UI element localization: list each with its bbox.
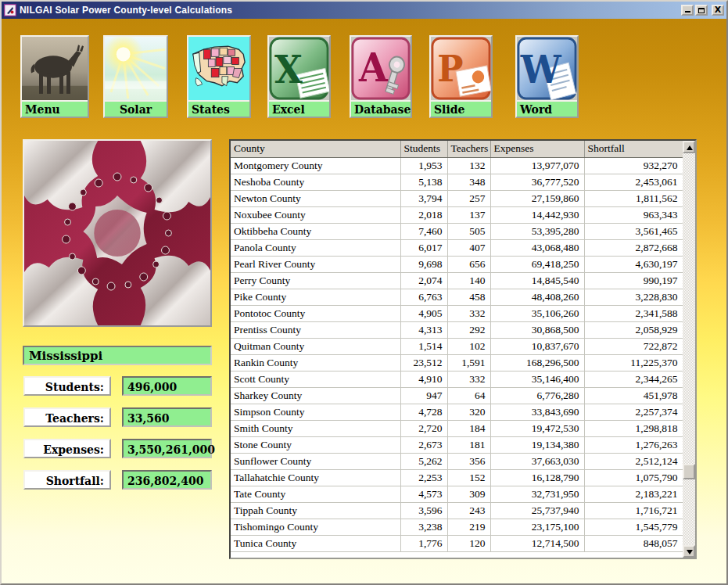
- value-cell[interactable]: 348: [447, 174, 490, 190]
- county-cell[interactable]: Sunflower County: [231, 453, 400, 469]
- scroll-down-button[interactable]: [683, 545, 695, 558]
- value-cell[interactable]: 1,075,790: [584, 469, 683, 486]
- table-row[interactable]: Quitman County1,51410210,837,670722,872: [231, 338, 683, 354]
- value-cell[interactable]: 132: [447, 157, 490, 174]
- value-cell[interactable]: 9,698: [400, 256, 447, 272]
- value-cell[interactable]: 3,561,465: [584, 223, 683, 239]
- value-cell[interactable]: 2,872,668: [584, 239, 683, 256]
- value-cell[interactable]: 1,716,721: [584, 502, 683, 519]
- value-cell[interactable]: 292: [447, 321, 490, 338]
- value-cell[interactable]: 6,763: [400, 289, 447, 305]
- value-cell[interactable]: 53,395,280: [490, 223, 584, 239]
- value-cell[interactable]: 2,673: [400, 436, 447, 453]
- county-cell[interactable]: Pontotoc County: [231, 305, 400, 321]
- toolbar-button-excel[interactable]: X Excel: [267, 35, 331, 118]
- value-cell[interactable]: 140: [447, 272, 490, 289]
- value-cell[interactable]: 2,018: [400, 206, 447, 223]
- value-cell[interactable]: 152: [447, 469, 490, 486]
- county-cell[interactable]: Tate County: [231, 486, 400, 502]
- value-cell[interactable]: 2,453,061: [584, 174, 683, 190]
- toolbar-button-slide[interactable]: P Slide: [429, 35, 493, 118]
- value-cell[interactable]: 243: [447, 502, 490, 519]
- value-cell[interactable]: 6,017: [400, 239, 447, 256]
- table-row[interactable]: Oktibbeha County7,46050553,395,2803,561,…: [231, 223, 683, 239]
- table-row[interactable]: Pontotoc County4,90533235,106,2602,341,5…: [231, 305, 683, 321]
- county-cell[interactable]: Montgomery County: [231, 157, 400, 174]
- table-row[interactable]: Tunica County1,77612012,714,500848,057: [231, 535, 683, 551]
- value-cell[interactable]: 656: [447, 256, 490, 272]
- county-cell[interactable]: Tallahatchie County: [231, 469, 400, 486]
- county-cell[interactable]: Tishomingo County: [231, 519, 400, 535]
- value-cell[interactable]: 332: [447, 305, 490, 321]
- table-row[interactable]: Neshoba County5,13834836,777,5202,453,06…: [231, 174, 683, 190]
- value-cell[interactable]: 2,257,374: [584, 404, 683, 420]
- expenses-value[interactable]: 3,550,261,000: [122, 439, 212, 458]
- value-cell[interactable]: 219: [447, 519, 490, 535]
- county-cell[interactable]: Prentiss County: [231, 321, 400, 338]
- value-cell[interactable]: 35,146,400: [490, 371, 584, 387]
- county-cell[interactable]: Panola County: [231, 239, 400, 256]
- county-cell[interactable]: Noxubee County: [231, 206, 400, 223]
- value-cell[interactable]: 332: [447, 371, 490, 387]
- county-cell[interactable]: Perry County: [231, 272, 400, 289]
- table-row[interactable]: Prentiss County4,31329230,868,5002,058,9…: [231, 321, 683, 338]
- value-cell[interactable]: 963,343: [584, 206, 683, 223]
- county-cell[interactable]: Oktibbeha County: [231, 223, 400, 239]
- value-cell[interactable]: 1,276,263: [584, 436, 683, 453]
- table-row[interactable]: Stone County2,67318119,134,3801,276,263: [231, 436, 683, 453]
- teachers-value[interactable]: 33,560: [122, 407, 212, 427]
- table-row[interactable]: Newton County3,79425727,159,8601,811,562: [231, 190, 683, 206]
- value-cell[interactable]: 2,183,221: [584, 486, 683, 502]
- value-cell[interactable]: 356: [447, 453, 490, 469]
- table-row[interactable]: Sunflower County5,26235637,663,0302,512,…: [231, 453, 683, 469]
- scrollbar-thumb[interactable]: [683, 464, 695, 479]
- table-row[interactable]: Simpson County4,72832033,843,6902,257,37…: [231, 404, 683, 420]
- value-cell[interactable]: 14,845,540: [490, 272, 584, 289]
- value-cell[interactable]: 2,512,124: [584, 453, 683, 469]
- value-cell[interactable]: 69,418,250: [490, 256, 584, 272]
- table-row[interactable]: Pearl River County9,69865669,418,2504,63…: [231, 256, 683, 272]
- value-cell[interactable]: 1,545,779: [584, 519, 683, 535]
- county-cell[interactable]: Sharkey County: [231, 387, 400, 404]
- shortfall-value[interactable]: 236,802,400: [122, 470, 212, 490]
- county-cell[interactable]: Simpson County: [231, 404, 400, 420]
- value-cell[interactable]: 19,134,380: [490, 436, 584, 453]
- value-cell[interactable]: 2,341,588: [584, 305, 683, 321]
- table-row[interactable]: Tishomingo County3,23821923,175,1001,545…: [231, 519, 683, 535]
- value-cell[interactable]: 7,460: [400, 223, 447, 239]
- value-cell[interactable]: 37,663,030: [490, 453, 584, 469]
- county-cell[interactable]: Stone County: [231, 436, 400, 453]
- value-cell[interactable]: 13,977,070: [490, 157, 584, 174]
- table-row[interactable]: Sharkey County947646,776,280451,978: [231, 387, 683, 404]
- table-row[interactable]: Pike County6,76345848,408,2603,228,830: [231, 289, 683, 305]
- value-cell[interactable]: 1,591: [447, 354, 490, 371]
- value-cell[interactable]: 120: [447, 535, 490, 551]
- app-icon[interactable]: [4, 4, 16, 16]
- value-cell[interactable]: 10,837,670: [490, 338, 584, 354]
- value-cell[interactable]: 3,596: [400, 502, 447, 519]
- table-row[interactable]: Smith County2,72018419,472,5301,298,818: [231, 420, 683, 436]
- toolbar-button-database[interactable]: A Database: [350, 35, 412, 118]
- value-cell[interactable]: 932,270: [584, 157, 683, 174]
- value-cell[interactable]: 16,128,790: [490, 469, 584, 486]
- value-cell[interactable]: 19,472,530: [490, 420, 584, 436]
- value-cell[interactable]: 1,514: [400, 338, 447, 354]
- value-cell[interactable]: 12,714,500: [490, 535, 584, 551]
- table-row[interactable]: Panola County6,01740743,068,4802,872,668: [231, 239, 683, 256]
- value-cell[interactable]: 2,720: [400, 420, 447, 436]
- value-cell[interactable]: 27,159,860: [490, 190, 584, 206]
- value-cell[interactable]: 25,737,940: [490, 502, 584, 519]
- value-cell[interactable]: 5,138: [400, 174, 447, 190]
- value-cell[interactable]: 4,573: [400, 486, 447, 502]
- value-cell[interactable]: 458: [447, 289, 490, 305]
- value-cell[interactable]: 451,978: [584, 387, 683, 404]
- county-cell[interactable]: Rankin County: [231, 354, 400, 371]
- value-cell[interactable]: 3,238: [400, 519, 447, 535]
- value-cell[interactable]: 3,228,830: [584, 289, 683, 305]
- value-cell[interactable]: 2,253: [400, 469, 447, 486]
- value-cell[interactable]: 14,442,930: [490, 206, 584, 223]
- value-cell[interactable]: 4,728: [400, 404, 447, 420]
- value-cell[interactable]: 30,868,500: [490, 321, 584, 338]
- table-row[interactable]: Perry County2,07414014,845,540990,197: [231, 272, 683, 289]
- value-cell[interactable]: 6,776,280: [490, 387, 584, 404]
